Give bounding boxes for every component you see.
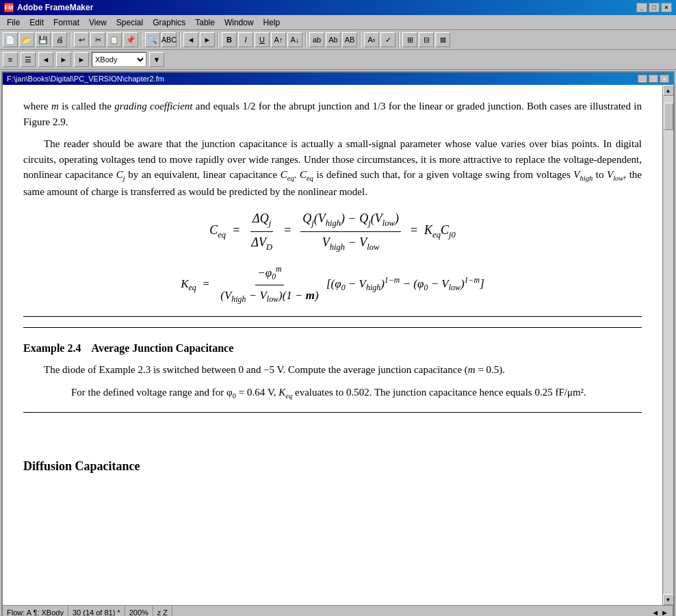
status-flow: Flow: A ¶: XBody [3,606,68,616]
nav-next[interactable]: ► [56,52,71,67]
status-page: 30 (14 of 81) * [68,606,125,616]
spell-button[interactable]: ABC [161,32,177,47]
menu-help[interactable]: Help [259,16,285,29]
menu-table[interactable]: Table [191,16,219,29]
window-controls: _ □ × [636,3,672,12]
document-window: F:\jan\Books\Digital\PC_VERSION\chapter2… [1,71,675,616]
separator1 [70,32,71,47]
cut-button[interactable]: ✂ [90,32,105,47]
scroll-right-btn[interactable]: ► [661,608,668,617]
separator4 [218,32,219,47]
spacer [23,423,642,444]
doc-minimize[interactable]: _ [638,75,647,83]
dropdown-arrow[interactable]: ▼ [149,52,164,67]
page-content[interactable]: where m is called the grading coefficien… [3,85,662,605]
arrow-right[interactable]: ► [200,32,215,47]
find-button[interactable]: 🔍 [145,32,160,47]
table-button[interactable]: ⊞ [402,32,417,47]
doc-maximize[interactable]: □ [649,75,658,83]
status-bar: Flow: A ¶: XBody 30 (14 of 81) * 200% z … [3,605,673,616]
scroll-left-btn[interactable]: ◄ [651,608,659,617]
align-center[interactable]: ☰ [21,52,36,67]
nav-next2[interactable]: ► [74,52,89,67]
open-button[interactable]: 📂 [19,32,34,47]
arrow-left[interactable]: ◄ [183,32,198,47]
intro-paragraph: where m is called the grading coefficien… [23,99,642,129]
scroll-track[interactable] [664,96,673,594]
table3[interactable]: ⊠ [435,32,450,47]
app-icon: FM [4,3,14,12]
main-paragraph: The reader should be aware that the junc… [23,136,642,199]
separator5 [305,32,307,47]
scroll-up-button[interactable]: ▲ [663,85,674,96]
table2[interactable]: ⊟ [419,32,434,47]
paste-button[interactable]: 📌 [123,32,138,47]
divider1 [23,316,642,317]
title-bar: FM Adobe FrameMaker _ □ × [0,0,676,15]
char-style3[interactable]: AB [342,32,357,47]
scrollbar[interactable]: ▲ ▼ [662,85,673,605]
char-style[interactable]: ab [309,32,324,47]
separator3 [179,32,181,47]
toolbar-row2: ≡ ☰ ◄ ► ► XBody ▼ [0,50,676,70]
menu-file[interactable]: File [3,16,24,29]
divider2 [23,412,642,413]
underline-button[interactable]: U [255,32,270,47]
app-title: Adobe FrameMaker [17,3,93,12]
doc-title: F:\jan\Books\Digital\PC_VERSION\chapter2… [7,75,164,83]
nav-prev[interactable]: ◄ [38,52,53,67]
menu-bar: File Edit Format View Special Graphics T… [0,15,676,30]
separator7 [398,32,400,47]
char-style2[interactable]: Ab [326,32,341,47]
section-heading: Diffusion Capacitance [23,457,642,476]
content-area: where m is called the grading coefficien… [3,85,673,605]
larger-font[interactable]: A↑ [271,32,286,47]
close-button[interactable]: × [661,3,672,12]
maximize-button[interactable]: □ [649,3,660,12]
menu-format[interactable]: Format [49,16,83,29]
toolbar-row1: 📄 📂 💾 🖨 ↩ ✂ 📋 📌 🔍 ABC ◄ ► B I U A↑ A↓ ab… [0,30,676,50]
menu-window[interactable]: Window [220,16,258,29]
example-problem: The diode of Example 2.3 is switched bet… [44,362,642,378]
m-variable: m [51,101,59,112]
print-button[interactable]: 🖨 [52,32,67,47]
minimize-button[interactable]: _ [636,3,647,12]
status-zoom: 200% [125,606,153,616]
bold-button[interactable]: B [222,32,237,47]
smaller-font[interactable]: A↓ [287,32,302,47]
spell2[interactable]: ✓ [380,32,395,47]
undo-button[interactable]: ↩ [74,32,89,47]
separator6 [360,32,361,47]
separator2 [141,32,142,47]
example-solution: For the defined voltage range and for φ0… [71,385,642,402]
super-button[interactable]: As [364,32,379,47]
menu-graphics[interactable]: Graphics [148,16,190,29]
doc-title-bar: F:\jan\Books\Digital\PC_VERSION\chapter2… [3,73,673,85]
save-button[interactable]: 💾 [36,32,51,47]
status-indicators: z Z [153,606,172,616]
formula-ceq: Ceq = ΔQj ΔVD = Qj(Vhigh) − Qj(Vlow) Vhi… [23,209,642,253]
scroll-down-button[interactable]: ▼ [663,594,674,605]
menu-special[interactable]: Special [112,16,147,29]
menu-edit[interactable]: Edit [25,16,48,29]
example-heading: Example 2.4 Average Junction Capacitance [23,340,642,357]
status-nav[interactable]: ◄ ► [172,606,673,616]
align-left[interactable]: ≡ [3,52,18,67]
example-section: Example 2.4 Average Junction Capacitance… [23,327,642,401]
italic-button[interactable]: I [238,32,253,47]
formula-keq: Keq = −φ0m (Vhigh − Vlow)(1 − m) [(φ0 − … [23,264,642,306]
example-content: The diode of Example 2.3 is switched bet… [44,362,642,401]
doc-window-controls: _ □ × [638,75,669,83]
grading-coeff: grading coefficient [114,101,192,112]
menu-view[interactable]: View [85,16,111,29]
scroll-thumb[interactable] [664,103,673,130]
copy-button[interactable]: 📋 [107,32,122,47]
doc-close[interactable]: × [660,75,669,83]
paragraph-style-dropdown[interactable]: XBody [92,52,146,67]
new-button[interactable]: 📄 [3,32,18,47]
